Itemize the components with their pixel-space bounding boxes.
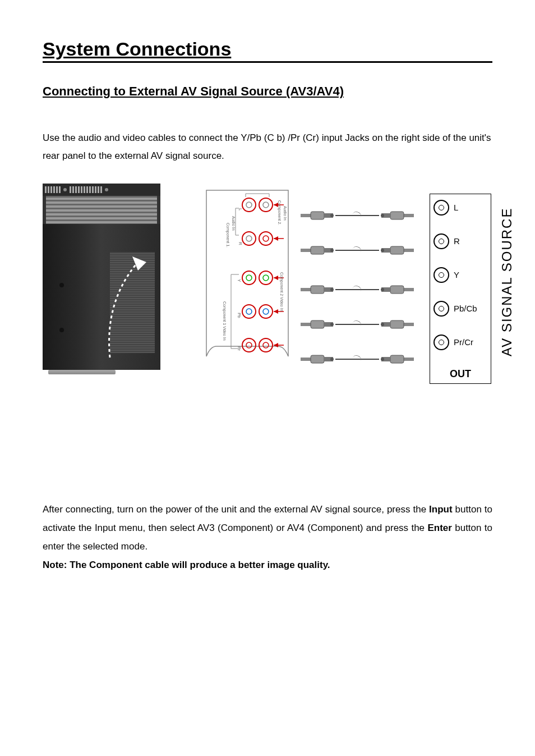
svg-point-18 xyxy=(259,305,273,318)
input-bold: Input xyxy=(429,504,453,515)
page-title: System Connections xyxy=(43,38,492,63)
svg-point-3 xyxy=(259,198,273,212)
after-text-1: After connecting, turn on the power of t… xyxy=(43,504,429,515)
svg-text:Component 2.: Component 2. xyxy=(277,200,282,225)
svg-point-6 xyxy=(242,232,256,245)
intro-paragraph: Use the audio and video cables to connec… xyxy=(43,129,492,166)
out-jack-r: R xyxy=(433,233,487,249)
svg-text:L: L xyxy=(238,208,243,211)
svg-text:Audio In: Audio In xyxy=(283,206,287,221)
svg-point-52 xyxy=(381,249,384,252)
svg-point-76 xyxy=(381,358,384,361)
svg-point-22 xyxy=(246,342,252,348)
svg-marker-5 xyxy=(274,203,278,207)
svg-marker-20 xyxy=(274,309,278,314)
out-label-r: R xyxy=(454,236,460,246)
svg-rect-50 xyxy=(390,246,404,254)
connection-diagram: Component 1. Audio In L R Component 2. A… xyxy=(43,184,492,402)
svg-point-4 xyxy=(263,202,269,208)
note-line: Note: The Component cable will produce a… xyxy=(43,556,492,574)
svg-point-2 xyxy=(246,202,252,208)
svg-point-8 xyxy=(259,232,273,245)
svg-rect-74 xyxy=(390,355,404,363)
svg-text:Component 2 Video In: Component 2 Video In xyxy=(279,272,284,311)
svg-text:Pb: Pb xyxy=(237,313,242,318)
svg-rect-45 xyxy=(301,249,311,252)
svg-rect-37 xyxy=(301,214,311,217)
svg-point-48 xyxy=(330,249,334,252)
svg-point-21 xyxy=(242,338,256,352)
svg-point-40 xyxy=(330,214,334,217)
svg-point-12 xyxy=(246,275,252,281)
svg-rect-65 xyxy=(404,323,414,326)
svg-point-60 xyxy=(381,288,384,291)
enter-bold: Enter xyxy=(427,523,451,533)
svg-rect-73 xyxy=(404,358,414,361)
out-jack-pb: Pb/Cb xyxy=(433,301,487,317)
svg-text:Audio In: Audio In xyxy=(232,216,236,231)
svg-point-19 xyxy=(263,309,269,314)
svg-rect-49 xyxy=(404,249,414,252)
section-subtitle: Connecting to External AV Signal Source … xyxy=(43,84,492,99)
av-source-out-box: L R Y Pb/Cb Pr/Cr OUT xyxy=(430,194,491,384)
svg-text:Component 1.: Component 1. xyxy=(225,223,230,248)
svg-point-13 xyxy=(259,271,273,285)
svg-rect-57 xyxy=(404,288,414,291)
svg-point-68 xyxy=(381,323,384,326)
svg-point-44 xyxy=(381,214,384,217)
out-label-y: Y xyxy=(454,270,459,280)
svg-rect-38 xyxy=(311,212,324,219)
out-jack-l: L xyxy=(433,200,487,216)
out-label-pr: Pr/Cr xyxy=(454,337,473,347)
svg-rect-42 xyxy=(390,212,404,219)
svg-text:Pr: Pr xyxy=(237,346,242,351)
svg-rect-70 xyxy=(311,355,324,363)
out-jack-y: Y xyxy=(433,267,487,283)
svg-point-7 xyxy=(246,236,252,241)
svg-point-64 xyxy=(330,323,334,326)
svg-point-16 xyxy=(242,305,256,318)
out-title: OUT xyxy=(433,368,487,380)
svg-point-11 xyxy=(242,271,256,285)
svg-point-72 xyxy=(330,358,334,361)
svg-marker-15 xyxy=(274,276,278,280)
svg-rect-53 xyxy=(301,288,311,291)
svg-point-1 xyxy=(242,198,256,212)
instructions-block: After connecting, turn on the power of t… xyxy=(43,500,492,575)
svg-text:Component 1 Video In: Component 1 Video In xyxy=(222,301,227,341)
svg-rect-61 xyxy=(301,323,311,326)
after-connect-paragraph: After connecting, turn on the power of t… xyxy=(43,500,492,556)
out-label-l: L xyxy=(454,203,458,212)
svg-rect-54 xyxy=(311,286,324,294)
svg-rect-58 xyxy=(390,286,404,294)
svg-text:R: R xyxy=(238,242,243,245)
svg-rect-69 xyxy=(301,358,311,361)
svg-rect-62 xyxy=(311,320,324,328)
cable-illustration xyxy=(301,198,414,377)
svg-point-56 xyxy=(330,288,334,291)
svg-marker-10 xyxy=(274,236,278,241)
svg-point-14 xyxy=(263,275,269,281)
tv-unit-illustration xyxy=(43,184,160,391)
svg-point-9 xyxy=(263,236,269,241)
svg-rect-66 xyxy=(390,320,404,328)
svg-point-23 xyxy=(259,338,273,352)
out-label-pb: Pb/Cb xyxy=(454,304,477,313)
svg-point-17 xyxy=(246,309,252,314)
svg-marker-25 xyxy=(274,343,278,347)
av-signal-source-label: AV SIGNAL SOURCE xyxy=(499,206,515,358)
out-jack-pr: Pr/Cr xyxy=(433,335,487,350)
svg-rect-41 xyxy=(404,214,414,217)
svg-text:Y: Y xyxy=(237,279,242,282)
svg-point-24 xyxy=(263,342,269,348)
svg-rect-46 xyxy=(311,246,324,254)
jack-panel: Component 1. Audio In L R Component 2. A… xyxy=(205,189,289,358)
